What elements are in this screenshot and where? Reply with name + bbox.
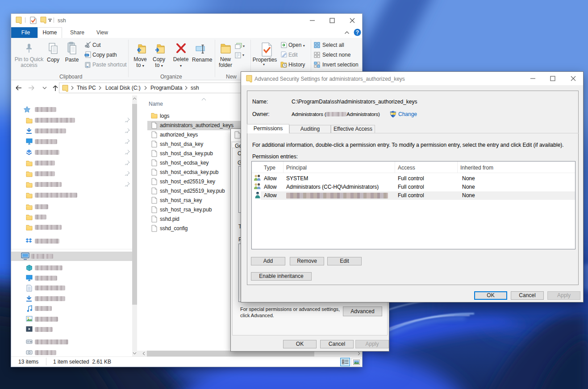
svg-text:?: ? [356,29,359,36]
